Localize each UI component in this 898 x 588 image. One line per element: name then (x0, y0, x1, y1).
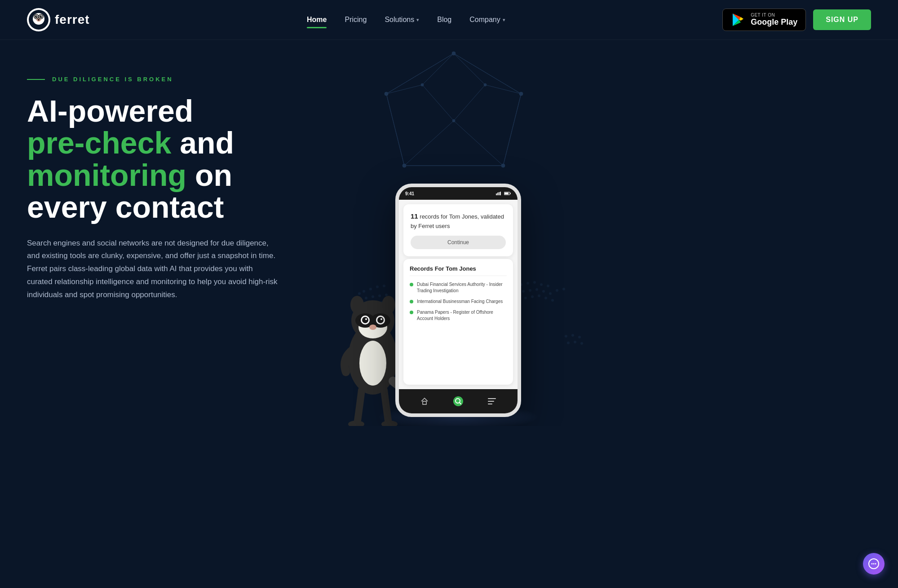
signup-button[interactable]: SIGN UP (813, 9, 871, 30)
svg-marker-13 (386, 53, 521, 166)
svg-point-107 (377, 317, 384, 323)
svg-point-106 (362, 317, 368, 323)
hero-visual: 9:41 (296, 67, 871, 426)
svg-point-108 (365, 318, 367, 320)
signal-icon (496, 192, 502, 195)
svg-rect-120 (504, 193, 509, 194)
chat-widget-button[interactable] (863, 553, 885, 575)
nav-blog[interactable]: Blog (437, 14, 451, 26)
svg-line-20 (485, 85, 521, 94)
svg-point-72 (547, 285, 549, 287)
google-play-button[interactable]: GET IT ON Google Play (722, 9, 806, 31)
phone-card-title: Records For Tom Jones (410, 265, 507, 276)
phone-card-bottom: Records For Tom Jones Dubai Financial Se… (403, 259, 513, 385)
svg-point-74 (529, 289, 531, 292)
svg-point-26 (501, 164, 505, 167)
svg-point-25 (519, 92, 523, 96)
hero-description: Search engines and social networks are n… (27, 237, 279, 302)
svg-line-15 (454, 53, 521, 94)
svg-point-85 (565, 335, 567, 338)
svg-point-7 (41, 16, 42, 17)
nav-pricing[interactable]: Pricing (345, 14, 367, 26)
svg-point-81 (531, 295, 534, 298)
phone-record-text-3: Panama Papers - Register of Offshore Acc… (417, 309, 507, 322)
svg-point-88 (567, 342, 570, 344)
svg-point-87 (578, 336, 581, 338)
svg-point-75 (535, 288, 538, 291)
svg-point-128 (871, 563, 873, 565)
svg-point-80 (524, 297, 527, 299)
phone-continue-button[interactable]: Continue (411, 236, 506, 249)
svg-point-90 (580, 342, 583, 345)
google-play-icon (731, 13, 745, 27)
svg-point-111 (350, 296, 364, 314)
svg-point-69 (526, 282, 529, 285)
phone-record-dot-1 (410, 283, 413, 286)
svg-point-86 (571, 334, 574, 337)
svg-point-71 (540, 283, 543, 286)
svg-rect-116 (497, 193, 498, 195)
svg-rect-125 (488, 401, 494, 402)
phone-more-icon[interactable] (487, 396, 497, 406)
phone-records-label: records for Tom Jones, validated by Ferr… (411, 213, 504, 229)
phone-record-dot-2 (410, 300, 413, 303)
svg-point-130 (875, 563, 876, 565)
svg-line-19 (386, 53, 454, 94)
nav-company[interactable]: Company ▾ (469, 14, 505, 26)
svg-point-109 (380, 318, 382, 320)
nav-links: Home Pricing Solutions ▾ Blog Company ▾ (307, 14, 505, 26)
svg-line-21 (386, 85, 422, 94)
phone-records-count: 11 (411, 212, 418, 220)
logo-icon (27, 8, 50, 31)
svg-point-110 (369, 325, 376, 330)
svg-point-31 (452, 119, 455, 122)
phone-home-icon[interactable] (420, 396, 429, 406)
hero-content: DUE DILIGENCE IS BROKEN AI-powered pre-c… (27, 67, 296, 302)
hero-title: AI-powered pre-check and monitoring onev… (27, 95, 296, 224)
svg-point-27 (403, 164, 406, 167)
phone-time: 9:41 (405, 191, 414, 196)
svg-rect-118 (500, 192, 501, 195)
svg-point-28 (385, 92, 388, 96)
svg-line-16 (503, 94, 521, 166)
phone-status-bar: 9:41 (399, 187, 518, 200)
phone-record-item-3: Panama Papers - Register of Offshore Acc… (410, 309, 507, 322)
svg-rect-117 (499, 192, 500, 195)
battery-icon (504, 192, 511, 195)
phone-record-text-2: International Businessman Facing Charges (417, 298, 503, 305)
phone-card-text: 11 records for Tom Jones, validated by F… (411, 211, 506, 230)
svg-point-99 (359, 341, 386, 386)
svg-point-73 (522, 290, 525, 293)
nav-right: GET IT ON Google Play SIGN UP (722, 9, 871, 31)
svg-point-114 (381, 421, 398, 426)
phone-body: 11 records for Tom Jones, validated by F… (399, 200, 518, 389)
svg-line-22 (454, 121, 503, 166)
svg-rect-126 (488, 404, 492, 404)
phone-record-item-1: Dubai Financial Services Authority - Ins… (410, 281, 507, 294)
svg-line-123 (460, 403, 461, 404)
svg-point-129 (873, 563, 875, 565)
svg-point-113 (348, 421, 364, 426)
phone-record-text-1: Dubai Financial Services Authority - Ins… (417, 281, 507, 294)
chat-icon (868, 558, 880, 570)
svg-line-18 (386, 94, 404, 166)
svg-rect-115 (496, 193, 497, 195)
svg-point-77 (549, 292, 552, 295)
google-play-text: GET IT ON Google Play (751, 13, 797, 27)
svg-point-6 (36, 16, 37, 17)
phone-search-icon[interactable] (453, 396, 463, 406)
nav-home[interactable]: Home (307, 14, 327, 26)
svg-point-84 (551, 299, 554, 302)
svg-point-112 (382, 296, 395, 314)
svg-rect-121 (423, 401, 426, 404)
hero-section: DUE DILIGENCE IS BROKEN AI-powered pre-c… (0, 40, 898, 426)
svg-rect-124 (488, 398, 496, 399)
logo-area[interactable]: ferret (27, 8, 90, 31)
solutions-chevron-icon: ▾ (416, 17, 419, 23)
hero-tag: DUE DILIGENCE IS BROKEN (27, 76, 296, 83)
nav-solutions[interactable]: Solutions ▾ (385, 14, 419, 26)
svg-point-70 (533, 281, 536, 284)
svg-point-83 (544, 297, 547, 299)
company-chevron-icon: ▾ (503, 17, 505, 23)
svg-point-30 (421, 83, 424, 86)
